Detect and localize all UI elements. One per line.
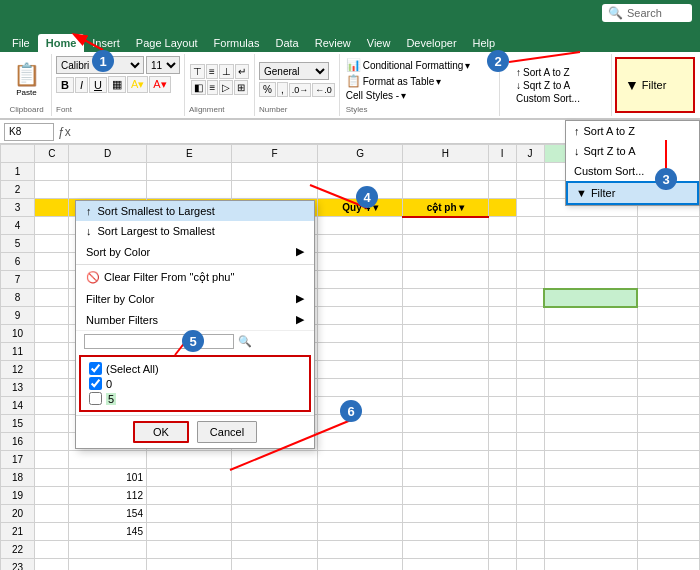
font-label: Font (56, 103, 180, 114)
table-row: 22 (1, 541, 700, 559)
number-format-select[interactable]: General (259, 62, 329, 80)
annotation-4: 4 (356, 186, 378, 208)
cell-styles-button[interactable]: Cell Styles - ▾ (346, 90, 493, 101)
tab-formulas[interactable]: Formulas (206, 34, 268, 52)
tab-data[interactable]: Data (267, 34, 306, 52)
align-left-button[interactable]: ◧ (191, 80, 206, 95)
filter-label: Filter (642, 79, 666, 91)
sort-desc-icon: ↓ (86, 225, 92, 237)
sort-asc-icon: ↑ (86, 205, 92, 217)
table-row: 21 145 (1, 523, 700, 541)
filter-by-color-item[interactable]: Filter by Color ▶ (76, 288, 314, 309)
tab-home[interactable]: Home (38, 34, 85, 52)
name-box[interactable] (4, 123, 54, 141)
clipboard-label: Clipboard (9, 103, 43, 114)
checkbox-zero[interactable]: 0 (89, 376, 301, 391)
annotation-2: 2 (487, 50, 509, 72)
number-filters-item[interactable]: Number Filters ▶ (76, 309, 314, 330)
sort-by-color-item[interactable]: Sort by Color ▶ (76, 241, 314, 262)
paste-button[interactable]: 📋 Paste (9, 60, 44, 99)
zero-label: 0 (106, 378, 112, 390)
ok-button[interactable]: OK (133, 421, 189, 443)
percent-button[interactable]: % (259, 82, 276, 97)
dropdown-footer: OK Cancel (76, 415, 314, 448)
tab-review[interactable]: Review (307, 34, 359, 52)
table-row: 18 101 (1, 469, 700, 487)
clear-filter-icon: 🚫 (86, 271, 100, 284)
clear-filter-label: Clear Filter From "cột phu" (104, 271, 234, 284)
align-right-button[interactable]: ▷ (219, 80, 233, 95)
tab-page-layout[interactable]: Page Layout (128, 34, 206, 52)
sort-smallest-label: Sort Smallest to Largest (98, 205, 215, 217)
annotation-3: 3 (655, 168, 677, 190)
increase-decimal-button[interactable]: .0→ (289, 83, 312, 97)
align-top-button[interactable]: ⊤ (190, 64, 205, 79)
sort-a-z-button[interactable]: ↑Sort A to Z (516, 67, 607, 78)
table-row: 19 112 (1, 487, 700, 505)
filter-dropdown[interactable]: ↑ Sort Smallest to Largest ↓ Sort Larges… (75, 200, 315, 449)
font-color-button[interactable]: A▾ (149, 76, 170, 93)
number-filters-label: Number Filters (86, 314, 158, 326)
clipboard-group: 📋 Paste Clipboard (2, 54, 52, 116)
search-label: Search (627, 7, 662, 19)
sort-largest-label: Sort Largest to Smallest (98, 225, 215, 237)
custom-sort-panel-item[interactable]: Custom Sort... (566, 161, 699, 181)
filter-panel-icon: ▼ (576, 187, 587, 199)
alignment-group: ⊤ ≡ ⊥ ↵ ◧ ≡ ▷ ⊞ Alignment (185, 54, 255, 116)
fill-color-button[interactable]: A▾ (127, 76, 148, 93)
tab-file[interactable]: File (4, 34, 38, 52)
decrease-decimal-button[interactable]: ←.0 (312, 83, 335, 97)
italic-button[interactable]: I (75, 77, 88, 93)
tab-view[interactable]: View (359, 34, 399, 52)
sort-za-icon: ↓ (574, 145, 580, 157)
clear-filter-item[interactable]: 🚫 Clear Filter From "cột phu" (76, 267, 314, 288)
dropdown-search-input[interactable] (84, 334, 234, 349)
filter-panel-item[interactable]: ▼ Filter (566, 181, 699, 205)
sort-filter-group: ↑Sort A to Z ↓Sqrt Z to A Custom Sort... (512, 54, 612, 116)
conditional-formatting-button[interactable]: 📊 Conditional Formatting ▾ (346, 58, 493, 72)
cancel-button[interactable]: Cancel (197, 421, 257, 443)
number-label: Number (259, 103, 335, 114)
search-box[interactable]: 🔍 Search (602, 4, 692, 22)
font-size-select[interactable]: 11 (146, 56, 180, 74)
tab-insert[interactable]: Insert (84, 34, 128, 52)
five-checkbox[interactable] (89, 392, 102, 405)
number-group: General % , .0→ ←.0 Number (255, 54, 340, 116)
filter-button-ribbon[interactable]: ▼ Filter (615, 57, 695, 113)
border-button[interactable]: ▦ (108, 76, 126, 93)
sort-z-a-button[interactable]: ↓Sqrt Z to A (516, 80, 607, 91)
select-all-label: (Select All) (106, 363, 159, 375)
merge-button[interactable]: ⊞ (234, 80, 248, 95)
sort-smallest-item[interactable]: ↑ Sort Smallest to Largest (76, 201, 314, 221)
zero-checkbox[interactable] (89, 377, 102, 390)
tab-developer[interactable]: Developer (398, 34, 464, 52)
checkbox-five[interactable]: 5 (89, 391, 301, 406)
annotation-5: 5 (182, 330, 204, 352)
align-bottom-button[interactable]: ⊥ (219, 64, 234, 79)
annotation-1: 1 (92, 50, 114, 72)
styles-label: Styles (346, 103, 493, 114)
format-as-table-button[interactable]: 📋 Format as Table ▾ (346, 74, 493, 88)
right-filter-panel: ↑ Sort A to Z ↓ Sqrt Z to A Custom Sort.… (565, 144, 700, 206)
bold-button[interactable]: B (56, 77, 74, 93)
custom-sort-panel-label: Custom Sort... (574, 165, 644, 177)
comma-button[interactable]: , (277, 82, 288, 97)
sort-by-color-label: Sort by Color (86, 246, 150, 258)
underline-button[interactable]: U (89, 77, 107, 93)
checkbox-select-all[interactable]: (Select All) (89, 361, 301, 376)
filter-icon: ▼ (625, 77, 639, 93)
wrap-button[interactable]: ↵ (235, 64, 249, 79)
table-row: 20 154 (1, 505, 700, 523)
select-all-checkbox[interactable] (89, 362, 102, 375)
table-row: 23 (1, 559, 700, 571)
sort-largest-item[interactable]: ↓ Sort Largest to Smallest (76, 221, 314, 241)
custom-sort-button[interactable]: Custom Sort... (516, 93, 607, 104)
styles-group: 📊 Conditional Formatting ▾ 📋 Format as T… (340, 54, 500, 116)
align-middle-button[interactable]: ≡ (206, 64, 218, 79)
sort-za-panel-item[interactable]: ↓ Sqrt Z to A (566, 144, 699, 161)
checkbox-list: (Select All) 0 5 (79, 355, 311, 412)
align-center-button[interactable]: ≡ (207, 80, 219, 95)
dropdown-search-icon: 🔍 (238, 335, 252, 348)
filter-by-color-label: Filter by Color (86, 293, 154, 305)
five-label: 5 (106, 393, 116, 405)
